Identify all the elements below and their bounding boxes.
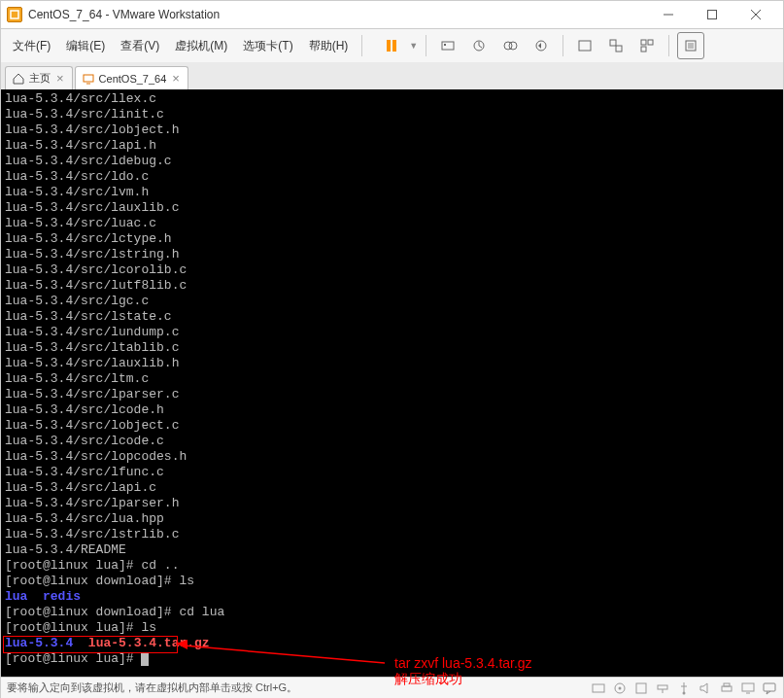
close-button[interactable]	[733, 1, 777, 28]
svg-rect-38	[764, 683, 775, 691]
menu-edit[interactable]: 编辑(E)	[60, 34, 111, 58]
device-hdd-icon[interactable]	[591, 681, 606, 696]
dropdown-icon[interactable]: ▼	[409, 41, 418, 51]
menu-vm[interactable]: 虚拟机(M)	[169, 34, 233, 58]
device-sound-icon[interactable]	[698, 681, 713, 696]
device-network-icon[interactable]	[655, 681, 670, 696]
svg-rect-7	[442, 42, 454, 50]
svg-rect-2	[707, 11, 716, 19]
message-icon[interactable]	[762, 681, 777, 696]
svg-rect-36	[742, 683, 754, 691]
svg-point-33	[683, 691, 686, 694]
svg-rect-8	[444, 44, 446, 46]
device-usb-icon[interactable]	[676, 681, 692, 696]
svg-rect-34	[722, 686, 732, 691]
tab-vm-centos[interactable]: CentOS_7_64 ×	[75, 66, 188, 89]
tab-label: CentOS_7_64	[99, 73, 167, 85]
home-icon	[12, 72, 25, 86]
terminal-container: lua-5.3.4/src/llex.clua-5.3.4/src/linit.…	[0, 89, 784, 678]
tab-close-icon[interactable]: ×	[54, 71, 66, 86]
menu-view[interactable]: 查看(V)	[115, 34, 165, 58]
vm-icon	[82, 72, 95, 86]
menu-file[interactable]: 文件(F)	[7, 34, 56, 58]
svg-rect-27	[593, 684, 604, 692]
svg-rect-14	[610, 40, 616, 46]
terminal[interactable]: lua-5.3.4/src/llex.clua-5.3.4/src/linit.…	[1, 89, 783, 677]
svg-rect-0	[11, 11, 18, 18]
menu-tabs[interactable]: 选项卡(T)	[237, 34, 298, 58]
separator	[562, 35, 563, 56]
svg-rect-5	[387, 40, 391, 52]
menubar: 文件(F) 编辑(E) 查看(V) 虚拟机(M) 选项卡(T) 帮助(H) ▼	[0, 29, 784, 62]
tabbar: 主页 × CentOS_7_64 ×	[0, 62, 784, 89]
svg-point-11	[509, 42, 517, 50]
separator	[668, 35, 669, 56]
tab-label: 主页	[29, 71, 51, 86]
device-cd-icon[interactable]	[612, 681, 628, 696]
stretch-button[interactable]	[677, 32, 704, 59]
snapshot-manager-button[interactable]	[496, 32, 524, 59]
svg-rect-30	[636, 683, 646, 693]
snapshot-button[interactable]	[465, 32, 493, 59]
minimize-button[interactable]	[646, 1, 690, 28]
svg-rect-18	[641, 47, 646, 52]
window-title: CentOS_7_64 - VMware Workstation	[28, 8, 646, 21]
svg-rect-35	[724, 683, 730, 686]
svg-rect-15	[616, 46, 622, 52]
fullscreen-button[interactable]	[571, 32, 598, 59]
svg-rect-20	[688, 43, 694, 49]
thumbnail-button[interactable]	[633, 32, 661, 59]
pause-button[interactable]	[378, 32, 405, 59]
send-ctrl-alt-del-button[interactable]	[434, 32, 461, 59]
tab-close-icon[interactable]: ×	[170, 71, 182, 86]
tab-home[interactable]: 主页 ×	[5, 66, 73, 89]
menu-help[interactable]: 帮助(H)	[303, 34, 355, 58]
titlebar: CentOS_7_64 - VMware Workstation	[0, 0, 784, 29]
svg-rect-13	[579, 41, 591, 51]
separator	[426, 35, 426, 56]
separator	[361, 35, 362, 56]
device-floppy-icon[interactable]	[633, 681, 649, 696]
maximize-button[interactable]	[690, 1, 733, 28]
app-icon	[7, 7, 22, 22]
svg-rect-17	[648, 40, 653, 45]
svg-point-29	[619, 686, 622, 689]
device-printer-icon[interactable]	[719, 681, 734, 696]
status-text: 要将输入定向到该虚拟机，请在虚拟机内部单击或按 Ctrl+G。	[7, 681, 297, 695]
svg-rect-21	[84, 75, 93, 82]
statusbar: 要将输入定向到该虚拟机，请在虚拟机内部单击或按 Ctrl+G。	[0, 678, 784, 698]
revert-snapshot-button[interactable]	[528, 32, 555, 59]
device-display-icon[interactable]	[740, 681, 756, 696]
unity-button[interactable]	[602, 32, 630, 59]
svg-rect-16	[641, 40, 646, 45]
svg-rect-31	[658, 685, 667, 689]
svg-rect-6	[392, 40, 396, 52]
